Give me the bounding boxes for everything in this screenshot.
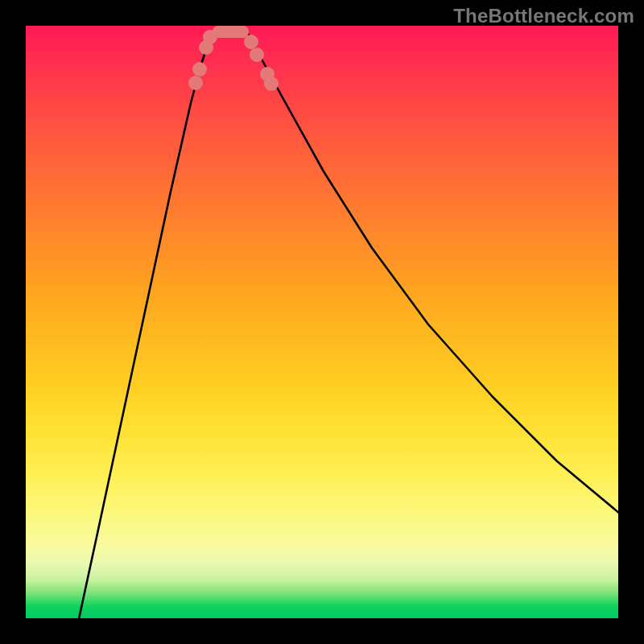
- right-curve: [247, 32, 618, 514]
- curves-svg: [26, 26, 618, 618]
- markers-group: [188, 26, 279, 91]
- plot-area: [26, 26, 618, 618]
- data-marker: [264, 76, 279, 91]
- data-marker: [192, 62, 207, 76]
- trough-pill: [213, 26, 249, 38]
- data-marker: [188, 76, 203, 90]
- data-marker: [250, 47, 264, 62]
- chart-frame: TheBottleneck.com: [0, 0, 644, 644]
- left-curve: [77, 32, 213, 618]
- watermark-text: TheBottleneck.com: [453, 5, 634, 27]
